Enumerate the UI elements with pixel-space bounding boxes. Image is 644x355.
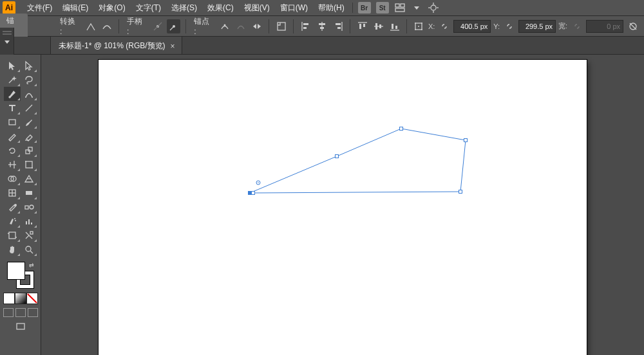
y-link-button[interactable] (502, 19, 516, 33)
pen-tool[interactable] (4, 87, 21, 101)
screen-mode-button[interactable] (12, 320, 29, 334)
symbol-sprayer-tool[interactable] (4, 214, 21, 228)
svg-line-46 (26, 105, 32, 111)
fill-swatch[interactable] (7, 262, 25, 280)
svg-line-12 (170, 26, 174, 30)
anchor-point[interactable] (336, 155, 339, 158)
align-center-h-button[interactable] (315, 19, 328, 33)
vector-path[interactable] (99, 60, 587, 355)
rotate-tool[interactable] (4, 143, 21, 158)
blend-tool[interactable] (21, 200, 37, 214)
handle-show-button[interactable] (151, 19, 164, 33)
eraser-tool[interactable] (21, 129, 37, 143)
menu-window[interactable]: 窗口(W) (275, 0, 313, 16)
menu-bar: Ai 文件(F) 编辑(E) 对象(O) 文字(T) 选择(S) 效果(C) 视… (0, 0, 644, 16)
column-graph-tool[interactable] (21, 214, 37, 228)
mesh-tool[interactable] (4, 186, 21, 200)
extra-options-button[interactable] (626, 19, 640, 33)
artboard-tool[interactable] (4, 228, 21, 242)
eyedropper-tool[interactable] (4, 200, 21, 214)
svg-marker-41 (5, 41, 10, 44)
line-segment-tool[interactable] (21, 101, 37, 115)
handle-hide-button[interactable] (167, 19, 180, 33)
add-anchor-button[interactable] (234, 19, 247, 33)
rectangle-tool[interactable] (4, 115, 21, 129)
anchor-point[interactable] (459, 190, 462, 194)
menu-type[interactable]: 文字(T) (131, 0, 166, 16)
zoom-tool[interactable] (21, 242, 37, 257)
convert-corner-button[interactable] (84, 19, 97, 33)
w-input (586, 20, 623, 33)
svg-rect-0 (395, 4, 399, 7)
svg-rect-22 (336, 23, 341, 25)
panel-collapse-handle[interactable] (0, 28, 14, 55)
free-transform-tool[interactable] (21, 158, 37, 172)
magic-wand-tool[interactable] (4, 73, 21, 87)
width-tool[interactable] (4, 158, 21, 172)
curvature-tool[interactable] (21, 87, 37, 101)
draw-normal-button[interactable] (3, 308, 14, 317)
swap-fill-stroke-icon[interactable]: ⇄ (29, 262, 34, 268)
convert-label: 转换 : (57, 16, 81, 36)
slice-tool[interactable] (21, 228, 37, 242)
fill-stroke-control[interactable]: ⇄ (7, 262, 34, 289)
w-link-button[interactable] (570, 19, 583, 33)
menu-edit[interactable]: 编辑(E) (57, 0, 93, 16)
svg-rect-74 (30, 232, 33, 234)
gradient-mode-button[interactable] (15, 293, 26, 304)
anchor-point[interactable] (249, 192, 252, 195)
align-left-button[interactable] (299, 19, 312, 33)
canvas-area[interactable] (41, 55, 644, 355)
stock-button[interactable]: St (376, 2, 389, 14)
menu-effect[interactable]: 效果(C) (202, 0, 239, 16)
close-tab-icon[interactable]: × (171, 42, 175, 51)
svg-rect-16 (303, 23, 308, 25)
direct-selection-tool[interactable] (21, 59, 37, 73)
color-mode-button[interactable] (3, 293, 15, 304)
x-input[interactable] (453, 20, 491, 33)
align-top-button[interactable] (355, 19, 369, 33)
connect-anchor-button[interactable] (250, 19, 263, 33)
anchor-point[interactable] (252, 192, 255, 195)
scale-tool[interactable] (21, 143, 37, 158)
svg-point-45 (32, 96, 33, 98)
type-tool[interactable] (4, 101, 21, 115)
draw-inside-button[interactable] (28, 308, 38, 317)
remove-anchor-button[interactable] (218, 19, 231, 33)
menu-select[interactable]: 选择(S) (166, 0, 202, 16)
document-tab[interactable]: 未标题-1* @ 101% (RGB/预览) × (50, 36, 182, 54)
x-label: X: (428, 23, 435, 30)
convert-smooth-button[interactable] (100, 19, 113, 33)
menu-object[interactable]: 对象(O) (93, 0, 130, 16)
menu-help[interactable]: 帮助(H) (313, 0, 350, 16)
handle-label: 手柄 : (124, 16, 148, 36)
gpu-preview-button[interactable] (426, 2, 440, 14)
menu-file[interactable]: 文件(F) (22, 0, 57, 16)
none-mode-button[interactable] (26, 293, 38, 304)
x-link-button[interactable] (437, 19, 451, 33)
pencil-tool[interactable] (4, 129, 21, 143)
align-bottom-button[interactable] (388, 19, 401, 33)
path-outline[interactable] (250, 129, 466, 193)
hand-tool[interactable] (4, 242, 21, 257)
lasso-tool[interactable] (21, 73, 37, 87)
gradient-tool[interactable] (21, 186, 37, 200)
arrange-documents-button[interactable] (393, 2, 407, 14)
arrange-dropdown[interactable] (410, 2, 424, 14)
anchor-point[interactable] (464, 139, 468, 142)
draw-behind-button[interactable] (15, 308, 26, 317)
anchor-point[interactable] (400, 127, 403, 131)
transform-reference-button[interactable] (412, 19, 426, 33)
bridge-button[interactable]: Br (358, 2, 371, 14)
perspective-grid-tool[interactable] (21, 172, 37, 186)
paintbrush-tool[interactable] (21, 115, 37, 129)
align-right-button[interactable] (331, 19, 345, 33)
svg-rect-47 (9, 120, 15, 125)
selection-tool[interactable] (4, 59, 21, 73)
isolate-button[interactable] (274, 19, 288, 33)
y-input[interactable] (518, 20, 556, 33)
menu-view[interactable]: 视图(V) (239, 0, 275, 16)
artboard[interactable] (99, 60, 587, 355)
shape-builder-tool[interactable] (4, 172, 21, 186)
align-center-v-button[interactable] (372, 19, 385, 33)
